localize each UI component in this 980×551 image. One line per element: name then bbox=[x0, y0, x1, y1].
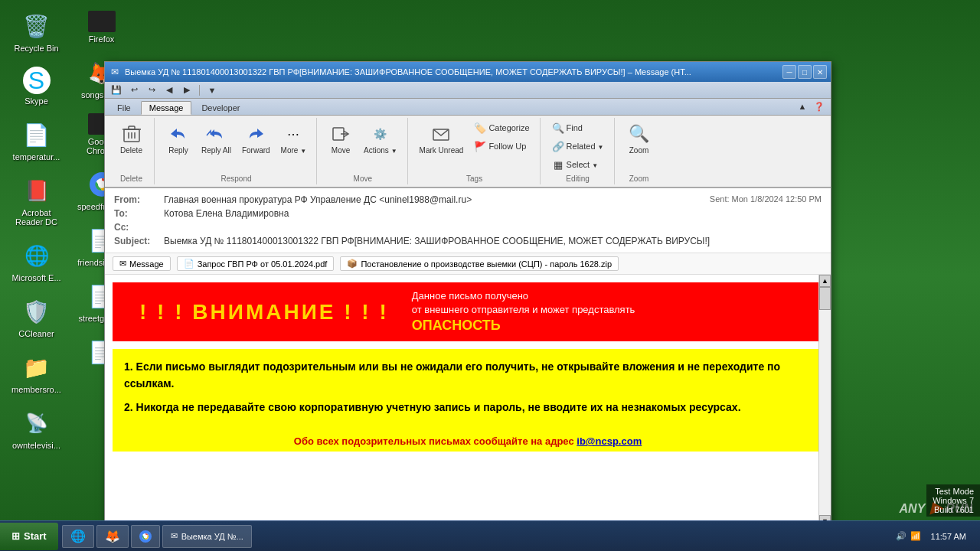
desktop: 🗑️ Recycle Bin S Skype 📄 temperatur... 📕… bbox=[0, 0, 980, 551]
ribbon-help-btn[interactable]: ❓ bbox=[812, 99, 827, 113]
app-icon: ✉ bbox=[109, 66, 121, 78]
window-controls: ─ □ ✕ bbox=[782, 65, 827, 79]
taskbar-ie-icon[interactable]: 🌐 bbox=[62, 525, 94, 548]
qat-forward-btn[interactable]: ▶ bbox=[179, 83, 194, 97]
desktop-icon-recycle-bin[interactable]: 🗑️ Recycle Bin bbox=[8, 8, 65, 56]
ribbon-group-editing: 🔍 Find 🔗 Related ▼ ▦ Select ▼ Editi bbox=[542, 118, 615, 184]
clock[interactable]: 11:57 AM bbox=[925, 530, 972, 543]
tags-group-content: Mark Unread 🏷️ Categorize 🚩 Follow Up bbox=[416, 119, 534, 173]
ribbon: Delete Delete Reply bbox=[105, 116, 831, 188]
skype-label: Skype bbox=[24, 96, 48, 106]
delete-group-label: Delete bbox=[120, 174, 142, 183]
actions-button[interactable]: ⚙️ Actions ▼ bbox=[360, 119, 401, 157]
ccleaner-icon: 🛡️ bbox=[21, 296, 52, 327]
pdf-icon: 📄 bbox=[184, 259, 194, 269]
start-button[interactable]: ⊞ Start bbox=[0, 523, 58, 550]
maximize-button[interactable]: □ bbox=[798, 65, 812, 79]
desktop-icon-skype[interactable]: S Skype bbox=[8, 64, 65, 109]
forward-label: Forward bbox=[242, 146, 270, 155]
select-icon: ▦ bbox=[552, 158, 564, 171]
qat-undo-btn[interactable]: ↩ bbox=[126, 83, 142, 97]
build-label: Build 7601 bbox=[933, 505, 974, 514]
cc-row: Cc: bbox=[114, 220, 822, 234]
warning-left: ! ! ! ВНИМАНИЕ ! ! ! bbox=[128, 290, 400, 334]
follow-up-icon: 🚩 bbox=[474, 140, 486, 152]
tab-file[interactable]: File bbox=[109, 101, 139, 115]
reply-icon bbox=[166, 122, 191, 146]
zoom-label: Zoom bbox=[629, 146, 649, 155]
scroll-thumb[interactable] bbox=[819, 287, 831, 310]
find-icon: 🔍 bbox=[552, 122, 564, 134]
taskbar-outlook-item[interactable]: ✉ Выемка УД №... bbox=[162, 525, 252, 548]
desktop-icon-filezilla[interactable]: 📡 owntelevisi... bbox=[8, 405, 65, 453]
zip-attachment[interactable]: 📦 Постановление о производстве выемки (С… bbox=[340, 256, 619, 271]
ribbon-group-tags: Mark Unread 🏷️ Categorize 🚩 Follow Up Ta bbox=[410, 118, 541, 184]
pdf-attachment[interactable]: 📄 Запрос ГВП РФ от 05.01.2024.pdf bbox=[177, 256, 335, 271]
desktop-icon-microsoft-edge[interactable]: 🌐 Microsoft E... bbox=[8, 237, 65, 285]
qat-customize-btn[interactable]: ▼ bbox=[204, 83, 220, 97]
move-button[interactable]: Move bbox=[325, 119, 357, 157]
owntelevisi-icon bbox=[88, 11, 116, 32]
more-respond-button[interactable]: ⋯ More ▼ bbox=[277, 119, 310, 157]
close-button[interactable]: ✕ bbox=[813, 65, 827, 79]
tab-developer[interactable]: Developer bbox=[193, 101, 248, 115]
cc-value bbox=[164, 222, 822, 233]
ribbon-collapse-btn[interactable]: ▲ bbox=[795, 99, 810, 113]
move-icon bbox=[328, 122, 353, 146]
select-button[interactable]: ▦ Select ▼ bbox=[548, 156, 608, 173]
message-tab-icon: ✉ bbox=[119, 259, 126, 269]
tags-group-label: Tags bbox=[466, 174, 482, 183]
mark-unread-label: Mark Unread bbox=[420, 146, 464, 155]
reply-all-button[interactable]: Reply All bbox=[198, 119, 235, 157]
minimize-button[interactable]: ─ bbox=[782, 65, 796, 79]
warning-line2: от внешнего отправителя и может представ… bbox=[412, 304, 808, 315]
desktop-icon-acrobat[interactable]: 📕 Acrobat Reader DC bbox=[8, 172, 65, 230]
delete-button[interactable]: Delete bbox=[116, 119, 148, 157]
email-scrollbar[interactable]: ▲ ▼ bbox=[818, 275, 831, 527]
taskbar-firefox-icon[interactable]: 🦊 bbox=[96, 525, 129, 548]
window-title: Выемка УД № 111801400013001322 ГВП РФ[ВН… bbox=[125, 67, 782, 77]
from-value: Главная военная прокуратура РФ Управлени… bbox=[164, 194, 702, 205]
filezilla-label: owntelevisi... bbox=[12, 441, 60, 450]
email-header: From: Главная военная прокуратура РФ Упр… bbox=[105, 188, 831, 253]
qat-redo-btn[interactable]: ↪ bbox=[144, 83, 159, 97]
desktop-icon-temperature[interactable]: 📄 temperatur... bbox=[8, 116, 65, 165]
reply-button[interactable]: Reply bbox=[162, 119, 194, 157]
tray-icon-sound[interactable]: 🔊 bbox=[896, 531, 906, 541]
message-tab[interactable]: ✉ Message bbox=[113, 256, 171, 271]
desktop-icon-owntelevisi[interactable]: Firefox bbox=[73, 8, 130, 47]
find-button[interactable]: 🔍 Find bbox=[548, 119, 608, 136]
mark-unread-button[interactable]: Mark Unread bbox=[416, 119, 468, 157]
warning-exclamation: ! ! ! ВНИМАНИЕ ! ! ! bbox=[139, 300, 389, 324]
subject-row: Subject: Выемка УД № 111801400013001322 … bbox=[114, 234, 822, 248]
follow-up-button[interactable]: 🚩 Follow Up bbox=[470, 138, 533, 155]
test-mode-badge: Test Mode Windows 7 Build 7601 bbox=[926, 484, 980, 517]
desktop-icon-membersroo[interactable]: 📁 membersro... bbox=[8, 349, 65, 397]
categorize-button[interactable]: 🏷️ Categorize bbox=[470, 119, 533, 136]
zip-label: Постановление о производстве выемки (СЦП… bbox=[361, 259, 612, 269]
time-value: 11:57 AM bbox=[931, 532, 966, 541]
editing-group-label: Editing bbox=[566, 174, 590, 183]
desktop-icon-ccleaner[interactable]: 🛡️ CCleaner bbox=[8, 293, 65, 341]
edge-label: Microsoft E... bbox=[11, 273, 60, 282]
quick-access-toolbar: 💾 ↩ ↪ ◀ ▶ ▼ bbox=[105, 82, 831, 99]
related-button[interactable]: 🔗 Related ▼ bbox=[548, 138, 608, 155]
scroll-up-btn[interactable]: ▲ bbox=[819, 275, 831, 287]
membersroo-icon: 📁 bbox=[21, 352, 52, 383]
filezilla-icon: 📡 bbox=[21, 408, 52, 439]
ccleaner-label: CCleaner bbox=[18, 329, 54, 338]
ribbon-group-zoom: 🔍 Zoom Zoom bbox=[616, 118, 662, 184]
tab-message[interactable]: Message bbox=[141, 101, 192, 115]
zoom-button[interactable]: 🔍 Zoom bbox=[623, 119, 655, 157]
subject-label: Subject: bbox=[114, 236, 156, 246]
tray-icon-network[interactable]: 📶 bbox=[910, 531, 921, 541]
test-mode-label: Test Mode bbox=[933, 487, 974, 496]
pdf-label: Запрос ГВП РФ от 05.01.2024.pdf bbox=[198, 259, 328, 269]
taskbar: ⊞ Start 🌐 🦊 ✉ Выемка bbox=[0, 520, 980, 551]
forward-button[interactable]: Forward bbox=[238, 119, 274, 157]
qat-back-btn[interactable]: ◀ bbox=[162, 83, 177, 97]
taskbar-chrome-icon[interactable] bbox=[131, 525, 160, 548]
reply-label: Reply bbox=[168, 146, 188, 155]
qat-save-btn[interactable]: 💾 bbox=[109, 83, 124, 97]
footer-email-link[interactable]: ib@ncsp.com bbox=[577, 435, 642, 447]
